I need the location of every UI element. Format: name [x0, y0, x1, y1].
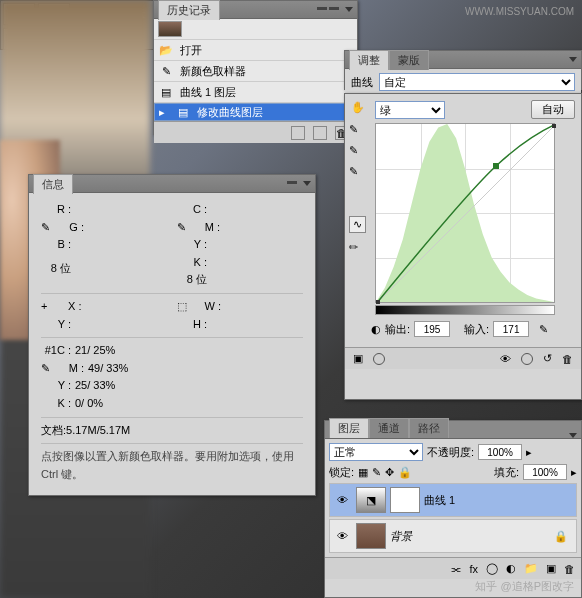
auto-button[interactable]: 自动: [531, 100, 575, 119]
history-panel: 历史记录 📂打开 ✎新颜色取样器 ▤曲线 1 图层 ▸▤修改曲线图层 🗑: [153, 0, 358, 135]
lock-all-icon[interactable]: 🔒: [398, 466, 412, 479]
mask-thumb[interactable]: [390, 487, 420, 513]
history-label: 打开: [180, 43, 202, 58]
channel-select[interactable]: 绿: [375, 101, 445, 119]
fill-input[interactable]: [523, 464, 567, 480]
xy-readout: +X : Y :: [41, 298, 167, 333]
history-item[interactable]: ▤曲线 1 图层: [154, 82, 357, 103]
menu-icon[interactable]: [303, 181, 311, 186]
history-snapshot[interactable]: [154, 19, 357, 40]
curves-icon: ▤: [158, 84, 174, 100]
layer-vis-icon[interactable]: ▣: [353, 352, 363, 365]
site-watermark: WWW.MISSYUAN.COM: [465, 6, 574, 17]
input-label: 输入:: [464, 322, 489, 337]
layers-footer: ⫘ fx ◯ ◐ 📁 ▣ 🗑: [325, 557, 581, 579]
adjustments-panel: 调整 蒙版 曲线 自定: [344, 50, 582, 90]
layers-panel: 图层 通道 路径 正常 不透明度: ▸ 锁定: ▦ ✎ ✥ 🔒 填充: ▸ 👁 …: [324, 420, 582, 598]
history-item-selected[interactable]: ▸▤修改曲线图层: [154, 103, 357, 121]
history-header[interactable]: 历史记录: [154, 1, 357, 19]
blackwhite-icon[interactable]: ◐: [371, 323, 381, 336]
link-icon[interactable]: ⫘: [450, 563, 461, 575]
snapshot-icon[interactable]: [291, 126, 305, 140]
sampler-icon: ✎: [158, 63, 174, 79]
group-icon[interactable]: 📁: [524, 562, 538, 575]
paths-tab[interactable]: 路径: [409, 418, 449, 438]
output-input[interactable]: [414, 321, 450, 337]
layer-name: 曲线 1: [424, 493, 455, 508]
preset-select[interactable]: 自定: [379, 73, 575, 91]
history-label: 曲线 1 图层: [180, 85, 236, 100]
doc-size: 文档:5.17M/5.17M: [41, 422, 303, 440]
svg-line-0: [376, 124, 556, 304]
svg-rect-3: [552, 124, 556, 128]
layers-tab[interactable]: 图层: [329, 418, 369, 438]
lock-pos-icon[interactable]: ✥: [385, 466, 394, 479]
opacity-label: 不透明度:: [427, 445, 474, 460]
blend-select[interactable]: 正常: [329, 443, 423, 461]
adj-thumb[interactable]: ⬔: [356, 487, 386, 513]
adjust-tab[interactable]: 调整: [349, 50, 389, 70]
history-label: 新颜色取样器: [180, 64, 246, 79]
curves-chart[interactable]: [375, 123, 555, 303]
new-layer-icon[interactable]: ▣: [546, 562, 556, 575]
channels-tab[interactable]: 通道: [369, 418, 409, 438]
fx-icon[interactable]: fx: [469, 563, 478, 575]
fill-label: 填充:: [494, 465, 519, 480]
clip-icon[interactable]: [373, 353, 385, 365]
new-icon[interactable]: [313, 126, 327, 140]
input-input[interactable]: [493, 321, 529, 337]
eyedropper-icon[interactable]: ✎: [349, 123, 366, 136]
curves-footer: ▣ 👁 ↺ 🗑: [345, 347, 581, 369]
adj-icon[interactable]: ◐: [506, 562, 516, 575]
menu-icon[interactable]: [569, 57, 577, 62]
curve-line: [376, 124, 556, 304]
eyedropper-icon[interactable]: ✎: [539, 323, 548, 336]
output-label: 输出:: [385, 322, 410, 337]
layer-row[interactable]: 👁 背景 🔒: [329, 519, 577, 553]
history-footer: 🗑: [154, 121, 357, 143]
mask-tab[interactable]: 蒙版: [389, 50, 429, 70]
reset-prev-icon[interactable]: [521, 353, 533, 365]
history-tab[interactable]: 历史记录: [158, 0, 220, 20]
curves-panel: ✋ 绿 自动 ✎ ✎ ✎ ∿ ✏ ◐ 输出: 输入: ✎ ▣ 👁 ↺: [344, 93, 582, 400]
cmyk-readout: C : ✎M : Y : K : 8 位: [177, 201, 303, 289]
curves-icon: ▤: [175, 104, 191, 120]
eye-icon[interactable]: 👁: [332, 530, 352, 542]
menu-icon[interactable]: [569, 433, 577, 438]
info-tab[interactable]: 信息: [33, 174, 73, 194]
info-hint: 点按图像以置入新颜色取样器。要用附加选项，使用 Ctrl 键。: [41, 448, 303, 483]
snapshot-thumb: [158, 21, 182, 37]
reset-icon[interactable]: ↺: [543, 352, 552, 365]
trash-icon[interactable]: 🗑: [562, 353, 573, 365]
opacity-input[interactable]: [478, 444, 522, 460]
trash-icon[interactable]: 🗑: [564, 563, 575, 575]
adjust-header[interactable]: 调整 蒙版: [345, 51, 581, 69]
chevron-icon[interactable]: ▸: [571, 466, 577, 479]
hand-icon[interactable]: ✋: [351, 101, 369, 119]
history-item[interactable]: 📂打开: [154, 40, 357, 61]
sampler-readout: #1C :21/ 25% ✎M :49/ 33% Y :25/ 33% K :0…: [41, 342, 303, 412]
layer-name: 背景: [390, 529, 412, 544]
layer-thumb[interactable]: [356, 523, 386, 549]
pencil-mode-icon[interactable]: ✏: [349, 241, 366, 254]
svg-rect-1: [493, 163, 499, 169]
lock-paint-icon[interactable]: ✎: [372, 466, 381, 479]
eyedropper-white-icon[interactable]: ✎: [349, 165, 366, 178]
lock-icon: 🔒: [554, 530, 568, 543]
info-header[interactable]: 信息: [29, 175, 315, 193]
gradient-horizontal: [375, 305, 555, 315]
svg-rect-2: [376, 300, 380, 304]
eye-icon[interactable]: 👁: [332, 494, 352, 506]
eye-icon[interactable]: 👁: [500, 353, 511, 365]
history-item[interactable]: ✎新颜色取样器: [154, 61, 357, 82]
layer-row[interactable]: 👁 ⬔ 曲线 1: [329, 483, 577, 517]
menu-icon[interactable]: [345, 7, 353, 12]
lock-trans-icon[interactable]: ▦: [358, 466, 368, 479]
info-panel: 信息 R : ✎G : B : 8 位 C : ✎M : Y : K : 8 位…: [28, 174, 316, 496]
eyedropper-mid-icon[interactable]: ✎: [349, 144, 366, 157]
wh-readout: ⬚W : H :: [177, 298, 303, 333]
curve-mode-icon[interactable]: ∿: [349, 216, 366, 233]
mask-icon[interactable]: ◯: [486, 562, 498, 575]
rgb-readout: R : ✎G : B : 8 位: [41, 201, 167, 289]
chevron-icon[interactable]: ▸: [526, 446, 532, 459]
